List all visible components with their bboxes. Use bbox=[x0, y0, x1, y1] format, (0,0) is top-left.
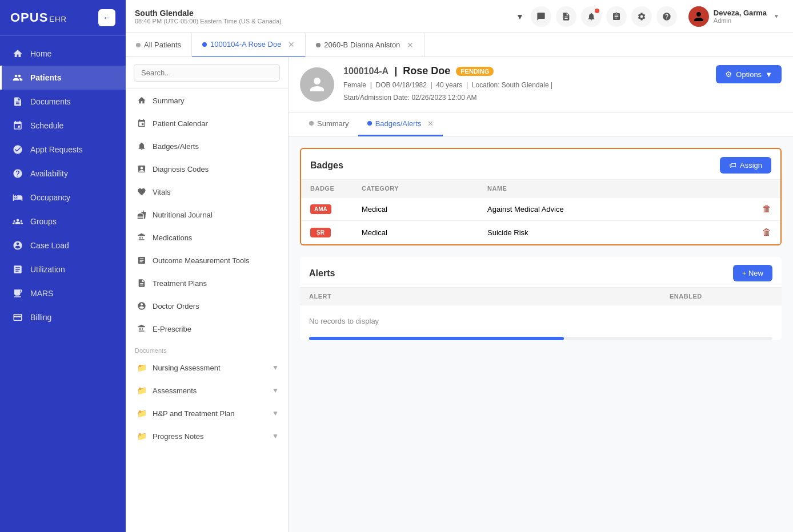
sidebar-menu-nutritional[interactable]: Nutritional Journal bbox=[126, 203, 288, 226]
schedule-label: Schedule bbox=[30, 121, 63, 130]
delete-ama-button[interactable]: 🗑 bbox=[748, 204, 771, 214]
tab-dot bbox=[136, 43, 141, 47]
pt-tab-badges-close[interactable]: ✕ bbox=[427, 119, 434, 128]
documents-section-label: Documents bbox=[126, 340, 288, 356]
scrollbar-track[interactable] bbox=[309, 337, 772, 340]
summary-label: Summary bbox=[153, 96, 185, 105]
patients-label: Patients bbox=[30, 73, 61, 82]
options-button[interactable]: ⚙ Options ▼ bbox=[716, 65, 782, 83]
pt-tab-summary-label: Summary bbox=[317, 119, 349, 128]
patient-tabs-bar: All Patients 1000104-A Rose Doe ✕ 2060-B… bbox=[126, 33, 793, 57]
sidebar-menu-badges[interactable]: Badges/Alerts bbox=[126, 135, 288, 158]
sidebar-menu-vitals[interactable]: Vitals bbox=[126, 180, 288, 203]
delete-sr-button[interactable]: 🗑 bbox=[748, 227, 771, 237]
pt-tab-badges[interactable]: Badges/Alerts ✕ bbox=[358, 112, 443, 136]
tab-rose-doe-close[interactable]: ✕ bbox=[288, 40, 295, 49]
sidebar-menu-diagnosis[interactable]: Diagnosis Codes bbox=[126, 158, 288, 180]
badges-label: Badges/Alerts bbox=[153, 142, 199, 151]
tab-dianna-close[interactable]: ✕ bbox=[407, 41, 414, 50]
sidebar-item-schedule[interactable]: Schedule bbox=[0, 114, 126, 138]
availability-label: Availability bbox=[30, 169, 68, 178]
badge-col-header: BADGE bbox=[310, 185, 362, 192]
sidebar-item-billing[interactable]: Billing bbox=[0, 305, 126, 329]
appt-label: Appt Requests bbox=[30, 145, 83, 154]
sidebar-menu-calendar[interactable]: Patient Calendar bbox=[126, 112, 288, 135]
assign-button[interactable]: 🏷 Assign bbox=[720, 157, 771, 174]
notification-dot bbox=[595, 9, 599, 13]
sidebar-menu-eprescribe[interactable]: E-Prescribe bbox=[126, 317, 288, 340]
sort-icon[interactable]: ▼ bbox=[516, 12, 524, 21]
sidebar-item-groups[interactable]: Groups bbox=[0, 209, 126, 233]
pt-tab-badges-label: Badges/Alerts bbox=[375, 119, 422, 128]
sidebar-item-mars[interactable]: MARS bbox=[0, 281, 126, 305]
progress-expand-arrow: ▼ bbox=[272, 432, 279, 440]
badge-row-sr: SR Medical Suicide Risk 🗑 bbox=[301, 221, 780, 244]
sidebar-menu-medications[interactable]: Medications bbox=[126, 226, 288, 249]
no-records: No records to display bbox=[300, 305, 782, 337]
user-menu[interactable]: Deveza, Garma Admin ▼ bbox=[684, 4, 784, 29]
tab-rose-doe[interactable]: 1000104-A Rose Doe ✕ bbox=[192, 33, 306, 57]
sidebar-menu-outcome[interactable]: Outcome Measurement Tools bbox=[126, 249, 288, 272]
patient-sidebar: Summary Patient Calendar Badges/Alerts bbox=[126, 57, 289, 532]
billing-icon bbox=[12, 312, 23, 323]
sidebar-menu-nursing[interactable]: 📁 Nursing Assessment ▼ bbox=[126, 356, 288, 379]
patient-header: 1000104-A | Rose Doe PENDING Female | DO… bbox=[289, 57, 793, 112]
occupancy-icon bbox=[12, 192, 23, 203]
alerts-title: Alerts bbox=[309, 268, 335, 279]
documents-label: Documents bbox=[30, 97, 71, 106]
folder-icon: 📁 bbox=[137, 385, 147, 396]
settings-button[interactable] bbox=[631, 6, 652, 27]
back-button[interactable]: ← bbox=[98, 9, 115, 26]
sidebar-menu-assessments[interactable]: 📁 Assessments ▼ bbox=[126, 379, 288, 402]
content-area: Badges 🏷 Assign BADGE CATEGORY NAME bbox=[289, 136, 793, 532]
name-ama: Against Medical Advice bbox=[487, 205, 748, 213]
mars-label: MARS bbox=[30, 289, 53, 298]
header-icons bbox=[531, 6, 677, 27]
billing-label: Billing bbox=[30, 313, 51, 322]
clipboard-button[interactable] bbox=[606, 6, 627, 27]
content-layout: Summary Patient Calendar Badges/Alerts bbox=[126, 57, 793, 532]
tab-all-patients-label: All Patients bbox=[144, 41, 181, 49]
sidebar-item-occupancy[interactable]: Occupancy bbox=[0, 186, 126, 209]
new-alert-button[interactable]: + New bbox=[733, 265, 772, 281]
sidebar-item-patients[interactable]: Patients bbox=[0, 66, 126, 90]
tab-all-patients[interactable]: All Patients bbox=[126, 33, 192, 57]
folder-icon: 📁 bbox=[137, 408, 147, 418]
sidebar-item-home[interactable]: Home bbox=[0, 42, 126, 66]
alerts-section-header: Alerts + New bbox=[300, 257, 782, 287]
treatment-label: Treatment Plans bbox=[153, 279, 207, 288]
sidebar-menu-doctor[interactable]: Doctor Orders bbox=[126, 295, 288, 317]
sidebar-menu-treatment[interactable]: Treatment Plans bbox=[126, 272, 288, 295]
sidebar-menu-progress[interactable]: 📁 Progress Notes ▼ bbox=[126, 425, 288, 448]
sidebar-item-availability[interactable]: Availability bbox=[0, 162, 126, 186]
hp-label: H&P and Treatment Plan bbox=[153, 409, 235, 418]
sidebar-menu-summary[interactable]: Summary bbox=[126, 89, 288, 112]
notifications-button[interactable] bbox=[581, 6, 602, 27]
pt-tab-summary[interactable]: Summary bbox=[300, 112, 358, 136]
category-sr: Medical bbox=[362, 228, 487, 237]
badges-section: Badges 🏷 Assign BADGE CATEGORY NAME bbox=[300, 148, 782, 245]
outcome-label: Outcome Measurement Tools bbox=[153, 256, 250, 265]
chat-button[interactable] bbox=[531, 6, 551, 27]
sidebar-item-caseload[interactable]: Case Load bbox=[0, 233, 126, 257]
search-input[interactable] bbox=[134, 64, 280, 82]
notes-button[interactable] bbox=[556, 6, 576, 27]
caseload-icon bbox=[12, 240, 23, 251]
sidebar-item-appt[interactable]: Appt Requests bbox=[0, 138, 126, 162]
help-button[interactable] bbox=[656, 6, 677, 27]
groups-icon bbox=[12, 216, 23, 227]
tab-dianna[interactable]: 2060-B Dianna Aniston ✕ bbox=[306, 33, 424, 57]
assessments-label: Assessments bbox=[153, 386, 197, 395]
logo-text: OPUSEHR bbox=[10, 10, 67, 25]
sidebar-menu-hp[interactable]: 📁 H&P and Treatment Plan ▼ bbox=[126, 402, 288, 425]
alerts-section: Alerts + New ALERT ENABLED No records to… bbox=[300, 257, 782, 340]
appt-icon bbox=[12, 144, 23, 155]
sidebar-item-documents[interactable]: Documents bbox=[0, 90, 126, 114]
badges-table-header: BADGE CATEGORY NAME bbox=[301, 179, 780, 198]
sidebar-item-utilization[interactable]: Utilization bbox=[0, 257, 126, 281]
patients-icon bbox=[12, 72, 23, 83]
patient-admission: Start/Admission Date: 02/26/2023 12:00 A… bbox=[343, 94, 476, 102]
ehr-label: EHR bbox=[49, 15, 66, 23]
options-gear-icon: ⚙ bbox=[725, 70, 732, 79]
badge-pill-ama: AMA bbox=[310, 204, 362, 214]
